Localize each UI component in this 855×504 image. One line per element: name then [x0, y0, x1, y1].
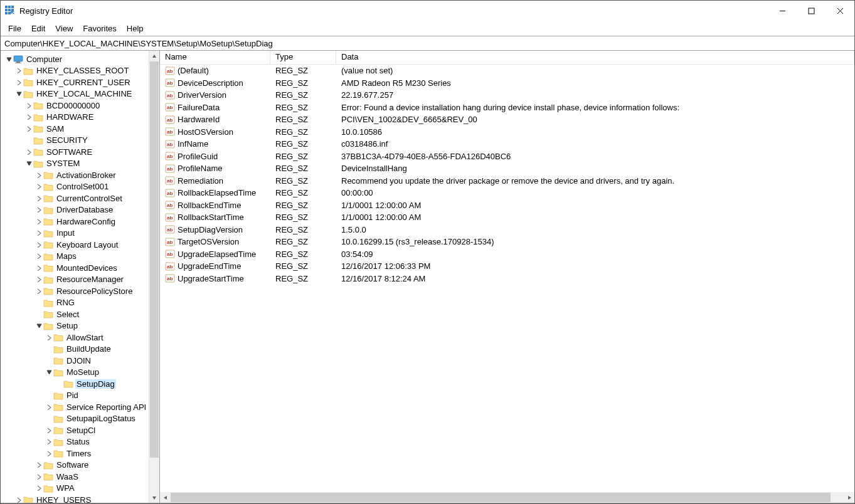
column-header-data[interactable]: Data — [336, 51, 854, 64]
tree-item[interactable]: HardwareConfig — [2, 216, 149, 228]
column-header-type[interactable]: Type — [270, 51, 336, 64]
chevron-right-icon[interactable] — [24, 149, 33, 155]
tree-item[interactable]: ActivationBroker — [2, 169, 149, 181]
menu-view[interactable]: View — [50, 23, 78, 34]
chevron-right-icon[interactable] — [35, 253, 43, 259]
tree-item[interactable]: DJOIN — [2, 355, 149, 367]
tree-item[interactable]: SOFTWARE — [2, 146, 149, 158]
chevron-right-icon[interactable] — [35, 265, 43, 271]
tree-item[interactable]: HKEY_CLASSES_ROOT — [2, 65, 149, 77]
tree-item[interactable]: MoSetup — [2, 367, 149, 379]
chevron-right-icon[interactable] — [35, 242, 43, 248]
chevron-right-icon[interactable] — [35, 288, 43, 294]
chevron-right-icon[interactable] — [14, 68, 23, 73]
tree-item[interactable]: SetupCl — [2, 424, 149, 436]
tree-item[interactable]: SECURITY — [2, 135, 149, 147]
tree-item[interactable]: Select — [2, 308, 149, 320]
titlebar[interactable]: Registry Editor — [1, 1, 854, 21]
tree-item[interactable]: DriverDatabase — [2, 204, 149, 216]
menu-favorites[interactable]: Favorites — [78, 23, 121, 34]
tree-vertical-scrollbar[interactable] — [149, 51, 159, 503]
tree-item[interactable]: Software — [2, 459, 149, 471]
tree-item[interactable]: Maps — [2, 251, 149, 263]
chevron-right-icon[interactable] — [45, 428, 53, 433]
tree-item[interactable]: CurrentControlSet — [2, 192, 149, 204]
chevron-right-icon[interactable] — [35, 196, 43, 201]
tree-item[interactable]: HARDWARE — [2, 112, 149, 123]
list-row[interactable]: RollbackStartTimeREG_SZ1/1/0001 12:00:00… — [160, 211, 854, 224]
chevron-right-icon[interactable] — [35, 207, 43, 213]
chevron-right-icon[interactable] — [35, 172, 43, 178]
scroll-down-icon[interactable] — [149, 492, 159, 503]
tree-item[interactable]: BuildUpdate — [2, 344, 149, 355]
chevron-right-icon[interactable] — [45, 335, 53, 340]
chevron-right-icon[interactable] — [24, 114, 33, 120]
scrollbar-thumb[interactable] — [171, 493, 831, 502]
list-row[interactable]: DeviceDescriptionREG_SZAMD Radeon R5 M23… — [160, 77, 854, 90]
list-row[interactable]: RemediationREG_SZRecommend you update th… — [160, 175, 854, 187]
chevron-right-icon[interactable] — [35, 462, 43, 468]
menu-help[interactable]: Help — [122, 23, 149, 34]
scrollbar-thumb[interactable] — [150, 61, 159, 458]
address-bar[interactable]: Computer\HKEY_LOCAL_MACHINE\SYSTEM\Setup… — [1, 36, 854, 51]
tree-item[interactable]: ControlSet001 — [2, 181, 149, 193]
tree-item[interactable]: Computer — [2, 53, 149, 65]
scroll-right-icon[interactable] — [844, 492, 854, 503]
scrollbar-track[interactable] — [149, 61, 159, 492]
chevron-right-icon[interactable] — [24, 103, 33, 108]
chevron-right-icon[interactable] — [45, 404, 53, 410]
scroll-up-icon[interactable] — [149, 51, 159, 61]
tree-item[interactable]: Pid — [2, 390, 149, 402]
list-row[interactable]: DriverVersionREG_SZ22.19.677.257 — [160, 89, 854, 102]
tree-item[interactable]: RNG — [2, 297, 149, 309]
tree-item[interactable]: SetupapiLogStatus — [2, 413, 149, 425]
tree-item[interactable]: Setup — [2, 320, 149, 332]
tree-item[interactable]: HKEY_USERS — [2, 494, 149, 503]
list-row[interactable]: HostOSVersionREG_SZ10.0.10586 — [160, 126, 854, 139]
chevron-right-icon[interactable] — [35, 184, 43, 189]
list-view[interactable]: (Default)REG_SZ(value not set)DeviceDesc… — [160, 65, 854, 492]
list-row[interactable]: ProfileGuidREG_SZ37BB1C3A-4D79-40E8-A556… — [160, 150, 854, 163]
tree-item[interactable]: WPA — [2, 483, 149, 495]
tree-item[interactable]: SYSTEM — [2, 158, 149, 170]
list-row[interactable]: InfNameREG_SZc0318486.inf — [160, 138, 854, 150]
tree-item[interactable]: HKEY_LOCAL_MACHINE — [2, 88, 149, 100]
close-button[interactable] — [826, 1, 854, 21]
chevron-down-icon[interactable] — [45, 369, 53, 375]
chevron-right-icon[interactable] — [35, 276, 43, 282]
list-row[interactable]: RollbackElapsedTimeREG_SZ00:00:00 — [160, 187, 854, 199]
tree-item[interactable]: WaaS — [2, 471, 149, 483]
tree-item[interactable]: MountedDevices — [2, 262, 149, 274]
list-row[interactable]: ProfileNameREG_SZDeviceInstallHang — [160, 162, 854, 175]
chevron-right-icon[interactable] — [14, 497, 23, 503]
chevron-down-icon[interactable] — [24, 160, 33, 166]
tree-item[interactable]: Timers — [2, 448, 149, 459]
chevron-right-icon[interactable] — [14, 80, 23, 85]
chevron-right-icon[interactable] — [45, 439, 53, 444]
tree-item[interactable]: BCD00000000 — [2, 100, 149, 112]
list-row[interactable]: (Default)REG_SZ(value not set) — [160, 65, 854, 77]
tree-item[interactable]: AllowStart — [2, 332, 149, 344]
chevron-right-icon[interactable] — [35, 474, 43, 480]
chevron-right-icon[interactable] — [35, 230, 43, 236]
tree-item[interactable]: ResourceManager — [2, 274, 149, 286]
minimize-button[interactable] — [768, 1, 797, 21]
tree-item[interactable]: SetupDiag — [2, 378, 149, 390]
scrollbar-track[interactable] — [171, 492, 844, 503]
list-row[interactable]: FailureDataREG_SZError: Found a device i… — [160, 102, 854, 114]
tree-view[interactable]: ComputerHKEY_CLASSES_ROOTHKEY_CURRENT_US… — [1, 51, 149, 503]
tree-item[interactable]: Keyboard Layout — [2, 239, 149, 251]
list-row[interactable]: UpgradeStartTimeREG_SZ12/16/2017 8:12:24… — [160, 273, 854, 285]
menu-edit[interactable]: Edit — [26, 23, 50, 34]
list-row[interactable]: UpgradeEndTimeREG_SZ12/16/2017 12:06:33 … — [160, 260, 854, 273]
maximize-button[interactable] — [797, 1, 826, 21]
tree-item[interactable]: Service Reporting API — [2, 401, 149, 413]
chevron-right-icon[interactable] — [35, 219, 43, 224]
menu-file[interactable]: File — [3, 23, 26, 34]
tree-item[interactable]: SAM — [2, 123, 149, 135]
column-header-name[interactable]: Name — [160, 51, 270, 64]
chevron-right-icon[interactable] — [35, 485, 43, 491]
chevron-right-icon[interactable] — [45, 451, 53, 456]
list-horizontal-scrollbar[interactable] — [160, 492, 854, 503]
chevron-down-icon[interactable] — [4, 56, 13, 62]
